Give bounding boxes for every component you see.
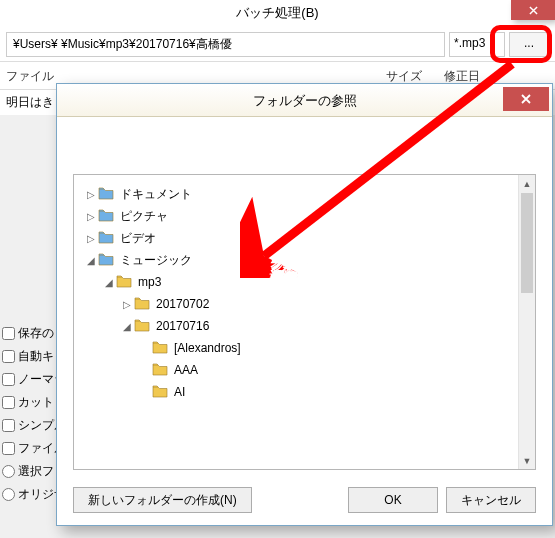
close-icon bbox=[521, 94, 531, 104]
folder-icon bbox=[98, 230, 116, 246]
option-label-0: 保存の bbox=[18, 326, 54, 340]
folder-icon bbox=[98, 252, 116, 268]
expand-toggle-icon[interactable]: ▷ bbox=[84, 189, 98, 200]
main-title: バッチ処理(B) bbox=[0, 0, 555, 28]
option-input-7[interactable] bbox=[2, 488, 15, 501]
expand-toggle-icon[interactable]: ▷ bbox=[84, 233, 98, 244]
tree-node-label: AI bbox=[174, 385, 185, 399]
tree-node-label: 20170702 bbox=[156, 297, 209, 311]
option-input-4[interactable] bbox=[2, 419, 15, 432]
option-label-6: 選択フ bbox=[18, 464, 54, 478]
tree-node-8[interactable]: AAA bbox=[138, 359, 512, 381]
filter-input[interactable]: *.mp3 bbox=[449, 32, 505, 57]
option-input-1[interactable] bbox=[2, 350, 15, 363]
folder-icon bbox=[152, 384, 170, 400]
close-icon bbox=[529, 6, 538, 15]
dialog-button-bar: 新しいフォルダーの作成(N) OK キャンセル bbox=[73, 487, 536, 513]
tree-node-4[interactable]: ◢mp3 bbox=[102, 271, 512, 293]
tree-node-0[interactable]: ▷ドキュメント bbox=[84, 183, 512, 205]
tree-node-label: ピクチャ bbox=[120, 208, 168, 225]
scroll-thumb[interactable] bbox=[521, 193, 533, 293]
browse-button[interactable]: ... bbox=[509, 32, 549, 57]
cancel-button[interactable]: キャンセル bbox=[446, 487, 536, 513]
path-input[interactable]: ¥Users¥ ¥Music¥mp3¥20170716¥高橋優 bbox=[6, 32, 445, 57]
option-input-5[interactable] bbox=[2, 442, 15, 455]
folder-browse-dialog: フォルダーの参照 ▷ドキュメント▷ピクチャ▷ビデオ◢ミュージック◢mp3▷201… bbox=[56, 83, 553, 526]
option-input-0[interactable] bbox=[2, 327, 15, 340]
main-close-button[interactable] bbox=[511, 0, 555, 20]
option-input-2[interactable] bbox=[2, 373, 15, 386]
folder-icon bbox=[152, 340, 170, 356]
option-input-3[interactable] bbox=[2, 396, 15, 409]
expand-toggle-icon[interactable]: ◢ bbox=[102, 277, 116, 288]
option-label-1: 自動キ bbox=[18, 349, 54, 363]
tree-node-7[interactable]: [Alexandros] bbox=[138, 337, 512, 359]
tree-node-label: [Alexandros] bbox=[174, 341, 241, 355]
tree-node-label: AAA bbox=[174, 363, 198, 377]
dialog-title: フォルダーの参照 bbox=[57, 84, 552, 117]
ok-button[interactable]: OK bbox=[348, 487, 438, 513]
dialog-close-button[interactable] bbox=[503, 87, 549, 111]
folder-icon bbox=[116, 274, 134, 290]
scrollbar[interactable]: ▲ ▼ bbox=[518, 175, 535, 469]
tree-list: ▷ドキュメント▷ピクチャ▷ビデオ◢ミュージック◢mp3▷20170702◢201… bbox=[74, 175, 518, 469]
folder-icon bbox=[134, 296, 152, 312]
option-input-6[interactable] bbox=[2, 465, 15, 478]
expand-toggle-icon[interactable]: ◢ bbox=[84, 255, 98, 266]
expand-toggle-icon[interactable]: ◢ bbox=[120, 321, 134, 332]
tree-node-label: ビデオ bbox=[120, 230, 156, 247]
path-bar: ¥Users¥ ¥Music¥mp3¥20170716¥高橋優 *.mp3 ..… bbox=[0, 28, 555, 62]
folder-tree: ▷ドキュメント▷ピクチャ▷ビデオ◢ミュージック◢mp3▷20170702◢201… bbox=[73, 174, 536, 470]
tree-node-6[interactable]: ◢20170716 bbox=[120, 315, 512, 337]
folder-icon bbox=[134, 318, 152, 334]
scroll-down-icon[interactable]: ▼ bbox=[519, 452, 535, 469]
tree-node-3[interactable]: ◢ミュージック bbox=[84, 249, 512, 271]
tree-node-9[interactable]: AI bbox=[138, 381, 512, 403]
tree-node-2[interactable]: ▷ビデオ bbox=[84, 227, 512, 249]
scroll-up-icon[interactable]: ▲ bbox=[519, 175, 535, 192]
tree-node-1[interactable]: ▷ピクチャ bbox=[84, 205, 512, 227]
expand-toggle-icon[interactable]: ▷ bbox=[84, 211, 98, 222]
tree-node-label: 20170716 bbox=[156, 319, 209, 333]
new-folder-button[interactable]: 新しいフォルダーの作成(N) bbox=[73, 487, 252, 513]
tree-node-label: ドキュメント bbox=[120, 186, 192, 203]
tree-node-label: mp3 bbox=[138, 275, 161, 289]
tree-node-5[interactable]: ▷20170702 bbox=[120, 293, 512, 315]
folder-icon bbox=[98, 186, 116, 202]
folder-icon bbox=[98, 208, 116, 224]
folder-icon bbox=[152, 362, 170, 378]
tree-node-label: ミュージック bbox=[120, 252, 192, 269]
expand-toggle-icon[interactable]: ▷ bbox=[120, 299, 134, 310]
